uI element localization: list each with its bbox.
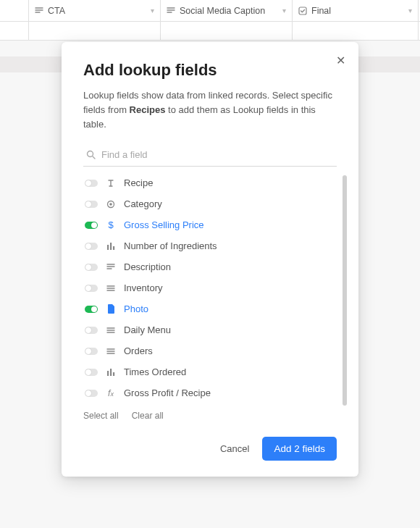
field-toggle[interactable] <box>85 201 98 208</box>
lines-icon <box>105 347 117 356</box>
field-search[interactable] <box>83 145 337 167</box>
column-label: Social Media Caption <box>180 6 265 16</box>
field-toggle[interactable] <box>85 285 98 292</box>
currency-icon: $ <box>105 220 117 230</box>
field-label: Orders <box>124 345 153 356</box>
lines-icon <box>105 326 117 335</box>
lines-icon <box>105 284 117 293</box>
field-toggle[interactable] <box>85 369 98 376</box>
field-label: Daily Menu <box>124 324 171 335</box>
select-all-link[interactable]: Select all <box>83 411 119 421</box>
clear-all-link[interactable]: Clear all <box>132 411 164 421</box>
field-row[interactable]: Category <box>83 193 337 214</box>
attachment-icon <box>105 304 117 314</box>
svg-rect-7 <box>107 371 109 376</box>
close-button[interactable]: ✕ <box>336 55 345 67</box>
column-header-final[interactable]: Final ▾ <box>293 0 419 21</box>
chevron-down-icon[interactable]: ▾ <box>282 7 286 14</box>
field-toggle[interactable] <box>85 222 98 229</box>
svg-rect-5 <box>110 243 112 250</box>
field-label: Description <box>124 261 171 272</box>
field-toggle[interactable] <box>85 348 98 355</box>
field-row[interactable]: Photo <box>83 298 337 319</box>
field-label: Category <box>124 198 162 209</box>
dialog-description: Lookup fields show data from linked reco… <box>83 88 337 132</box>
dialog-title: Add lookup fields <box>83 61 337 80</box>
column-label: CTA <box>48 6 65 16</box>
field-row[interactable]: Daily Menu <box>83 319 337 340</box>
field-row[interactable]: Inventory <box>83 277 337 298</box>
field-toggle[interactable] <box>85 180 98 187</box>
field-label: Recipe <box>124 177 153 188</box>
dialog-footer: Cancel Add 2 fields <box>83 437 337 461</box>
longtext-icon <box>167 7 175 15</box>
svg-rect-4 <box>107 245 109 250</box>
row-number-header <box>0 0 29 21</box>
field-row[interactable]: Times Ordered <box>83 361 337 382</box>
field-row[interactable]: $Gross Selling Price <box>83 214 337 235</box>
field-label: Photo <box>124 303 148 314</box>
svg-rect-9 <box>113 372 114 376</box>
search-icon <box>86 150 96 159</box>
linked-table-name: Recipes <box>130 104 166 115</box>
field-toggle[interactable] <box>85 306 98 313</box>
svg-rect-6 <box>113 246 114 250</box>
field-row[interactable]: Orders <box>83 340 337 361</box>
svg-rect-0 <box>299 7 306 14</box>
table-header: CTA ▾ Social Media Caption ▾ Final ▾ <box>0 0 420 22</box>
field-row[interactable]: fxGross Profit / Recipe <box>83 382 337 403</box>
field-row[interactable]: Description <box>83 256 337 277</box>
search-input[interactable] <box>101 149 335 160</box>
singleselect-icon <box>105 200 117 209</box>
svg-rect-8 <box>110 369 112 376</box>
add-fields-button[interactable]: Add 2 fields <box>262 437 337 461</box>
count-icon <box>105 368 117 377</box>
add-lookup-fields-dialog: ✕ Add lookup fields Lookup fields show d… <box>62 42 358 477</box>
checkbox-icon <box>298 7 307 15</box>
svg-point-3 <box>109 203 112 206</box>
svg-point-1 <box>88 151 93 157</box>
field-toggle[interactable] <box>85 390 98 397</box>
field-label: Gross Profit / Recipe <box>124 387 211 398</box>
chevron-down-icon[interactable]: ▾ <box>408 7 412 14</box>
field-toggle[interactable] <box>85 243 98 250</box>
longtext-icon <box>35 7 43 15</box>
chevron-down-icon[interactable]: ▾ <box>151 7 154 14</box>
column-label: Final <box>311 6 331 16</box>
field-label: Number of Ingredients <box>124 240 217 251</box>
cancel-button[interactable]: Cancel <box>220 443 249 454</box>
column-header-cta[interactable]: CTA ▾ <box>29 0 161 21</box>
longtext-icon <box>105 263 117 272</box>
column-header-social[interactable]: Social Media Caption ▾ <box>161 0 293 21</box>
field-label: Times Ordered <box>124 366 186 377</box>
field-toggle[interactable] <box>85 264 98 271</box>
field-list: RecipeCategory$Gross Selling PriceNumber… <box>83 172 337 403</box>
count-icon <box>105 242 117 251</box>
field-row[interactable]: Number of Ingredients <box>83 235 337 256</box>
table-row <box>0 22 420 41</box>
field-toggle[interactable] <box>85 327 98 334</box>
scrollbar[interactable] <box>343 175 347 406</box>
field-label: Inventory <box>124 282 162 293</box>
bulk-select-actions: Select all Clear all <box>83 411 337 421</box>
formula-icon: fx <box>105 389 117 398</box>
text-icon <box>105 179 117 188</box>
field-label: Gross Selling Price <box>124 219 204 230</box>
field-row[interactable]: Recipe <box>83 172 337 193</box>
